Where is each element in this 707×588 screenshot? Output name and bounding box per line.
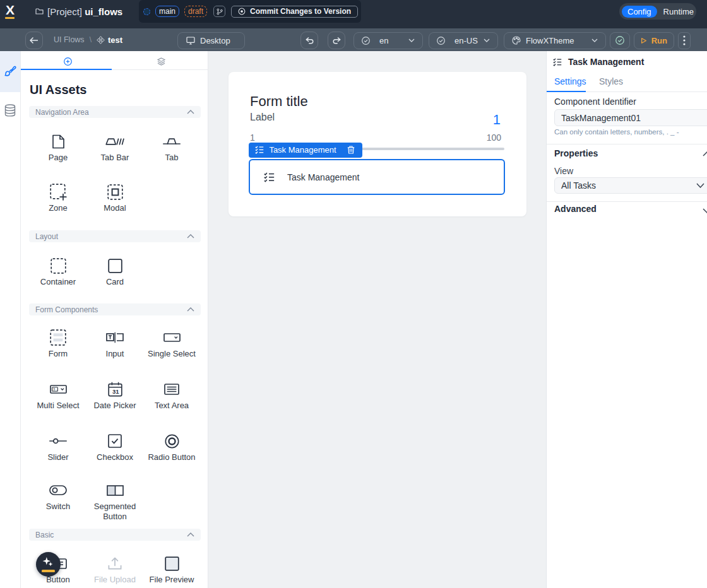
svg-text:3...: 3... bbox=[53, 387, 58, 391]
svg-text:31: 31 bbox=[112, 388, 119, 395]
